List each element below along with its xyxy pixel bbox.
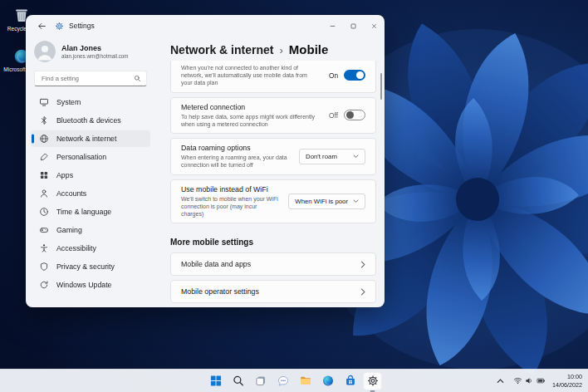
user-email: alan.jones.wm@hotmail.com <box>61 53 129 59</box>
user-profile[interactable]: Alan Jones alan.jones.wm@hotmail.com <box>34 41 147 62</box>
shield-icon <box>39 262 49 272</box>
dropdown-value: When WiFi is poor <box>295 198 348 205</box>
scrollbar-thumb[interactable] <box>380 73 383 100</box>
taskbar-search-button[interactable] <box>229 372 247 390</box>
user-info: Alan Jones alan.jones.wm@hotmail.com <box>61 44 129 59</box>
chevron-right-icon <box>360 288 365 296</box>
sidebar-item-label: Accessibility <box>56 244 96 252</box>
link-mobile-data-and-apps[interactable]: Mobile data and apps <box>170 252 376 276</box>
search-box <box>34 71 147 86</box>
user-name: Alan Jones <box>61 44 129 52</box>
system-tray: 10:00 14/06/2022 <box>494 370 584 392</box>
link-label: Mobile operator settings <box>181 287 259 296</box>
chevron-up-icon <box>496 376 505 385</box>
mobile-data-toggle[interactable] <box>344 70 365 81</box>
sidebar-item-accounts[interactable]: Accounts <box>31 185 150 202</box>
metered-connection-toggle[interactable] <box>344 110 365 120</box>
sidebar-item-label: System <box>56 98 81 106</box>
tray-status-icons[interactable] <box>512 372 547 390</box>
sidebar-item-system[interactable]: System <box>31 94 150 110</box>
sidebar-item-label: Personalisation <box>56 153 106 161</box>
breadcrumb-separator: › <box>279 44 282 56</box>
breadcrumb-parent[interactable]: Network & internet <box>170 43 273 56</box>
search-input[interactable] <box>40 74 130 83</box>
card-mobile-instead-wifi: Use mobile instead of WiFi We'll switch … <box>170 179 376 224</box>
card-metered-connection: Metered connection To help save data, so… <box>170 97 376 134</box>
card-data-roaming: Data roaming options When entering a roa… <box>170 138 376 174</box>
sidebar-item-windows-update[interactable]: Windows Update <box>31 277 150 293</box>
sidebar-item-time-language[interactable]: Time & language <box>31 203 150 220</box>
battery-icon <box>537 376 546 385</box>
close-button[interactable] <box>364 15 385 37</box>
settings-icon <box>366 375 379 387</box>
dropdown-value: Don't roam <box>306 153 337 160</box>
maximize-button[interactable] <box>343 15 364 37</box>
chat-icon <box>277 375 289 387</box>
sidebar-item-privacy-security[interactable]: Privacy & security <box>31 258 150 275</box>
tray-time: 10:00 <box>552 373 582 380</box>
sidebar-item-network-internet[interactable]: Network & internet <box>31 130 150 147</box>
sidebar-item-label: Gaming <box>56 226 82 234</box>
back-arrow-icon <box>37 22 47 31</box>
back-button[interactable] <box>33 18 50 33</box>
maximize-icon <box>350 22 357 30</box>
tray-overflow-button[interactable] <box>494 372 507 390</box>
section-title: More mobile settings <box>170 238 376 247</box>
wifi-fallback-dropdown[interactable]: When WiFi is poor <box>288 194 365 209</box>
store-icon <box>344 375 356 387</box>
sidebar-item-apps[interactable]: Apps <box>31 167 150 184</box>
settings-gear-icon <box>55 22 64 31</box>
taskbar: 10:00 14/06/2022 <box>0 369 588 392</box>
monitor-icon <box>39 97 49 107</box>
person-icon <box>39 189 49 198</box>
chat-button[interactable] <box>274 372 292 390</box>
card-description: When entering a roaming area, your data … <box>181 154 291 169</box>
settings-taskbar-button[interactable] <box>364 372 382 390</box>
card-description: When you're not connected to another kin… <box>181 64 316 87</box>
sidebar-item-personalisation[interactable]: Personalisation <box>31 149 150 165</box>
brush-icon <box>39 152 49 162</box>
store-button[interactable] <box>341 372 360 390</box>
sidebar-item-bluetooth-devices[interactable]: Bluetooth & devices <box>31 112 150 129</box>
apps-icon <box>39 170 49 180</box>
chevron-right-icon <box>360 261 365 268</box>
link-label: Mobile data and apps <box>181 260 251 268</box>
sidebar: Alan Jones alan.jones.wm@hotmail.com <box>26 37 155 307</box>
card-use-mobile-data: When you're not connected to another kin… <box>170 61 376 93</box>
search-icon <box>232 375 244 387</box>
sidebar-item-label: Privacy & security <box>56 262 115 271</box>
chevron-down-icon <box>353 198 359 203</box>
sidebar-item-accessibility[interactable]: Accessibility <box>31 240 150 257</box>
settings-content: Network & internet › Mobile When you're … <box>155 37 385 307</box>
start-icon <box>209 375 222 387</box>
start-button[interactable] <box>207 372 225 390</box>
data-roaming-dropdown[interactable]: Don't roam <box>299 149 365 164</box>
page-title: Mobile <box>289 42 329 56</box>
card-description: To help save data, some apps might work … <box>181 113 319 128</box>
sidebar-item-label: Apps <box>56 171 73 179</box>
task-view-button[interactable] <box>252 372 270 390</box>
link-mobile-operator-settings[interactable]: Mobile operator settings <box>170 280 376 303</box>
wifi-icon <box>513 376 522 385</box>
globe-icon <box>39 134 49 144</box>
app-title: Settings <box>69 22 95 30</box>
sidebar-item-label: Time & language <box>56 208 111 216</box>
desktop: Recycle Bin Microsoft Edge <box>0 0 588 392</box>
clock[interactable]: 10:00 14/06/2022 <box>552 373 584 389</box>
card-title: Data roaming options <box>181 144 291 152</box>
sidebar-item-label: Accounts <box>56 189 86 198</box>
sidebar-item-gaming[interactable]: Gaming <box>31 222 150 238</box>
minimize-icon <box>329 22 336 30</box>
file-explorer-icon <box>299 375 311 387</box>
minimize-button[interactable] <box>322 15 343 37</box>
sidebar-nav: System Bluetooth & devices Network & int… <box>26 94 155 293</box>
file-explorer-button[interactable] <box>296 372 315 390</box>
update-icon <box>39 280 49 290</box>
toggle-state-label: Off <box>329 111 338 120</box>
search-icon <box>134 75 141 82</box>
card-title: Use mobile instead of WiFi <box>181 185 280 194</box>
edge-button[interactable] <box>319 372 337 390</box>
gamepad-icon <box>39 225 49 235</box>
card-description: We'll switch to mobile when your WiFi co… <box>181 195 280 218</box>
sidebar-item-label: Bluetooth & devices <box>56 116 121 125</box>
